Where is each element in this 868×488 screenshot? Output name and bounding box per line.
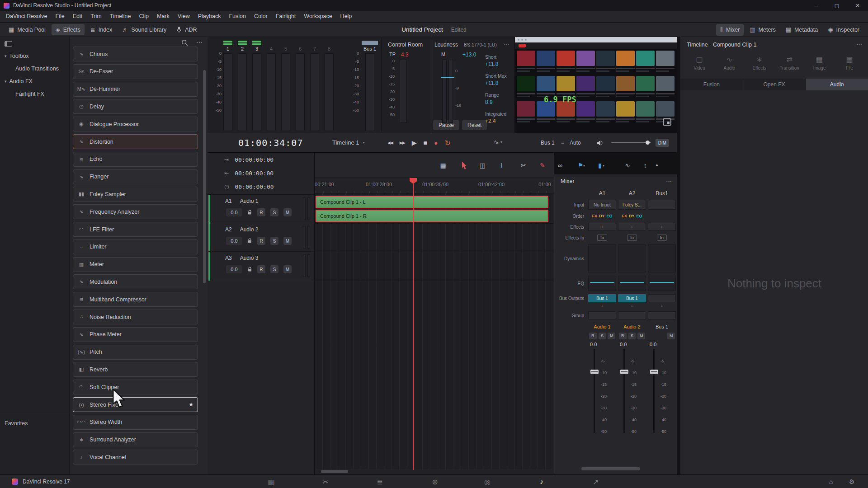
effects-in-button-bus1[interactable]: In [657, 235, 667, 241]
mixer-input-bus1[interactable] [648, 200, 676, 210]
add-bus-button-bus1[interactable]: + [648, 303, 676, 309]
effect-item-de-hummer[interactable]: M∿De-Hummer [73, 82, 198, 97]
inspector-tab-transition[interactable]: ⇄Transition [778, 52, 801, 78]
automation-mode-icon[interactable]: ∿▾ [494, 139, 502, 145]
close-button[interactable]: ✕ [847, 0, 868, 11]
pointer-tool[interactable] [459, 160, 470, 171]
fader-handle-bus1[interactable] [650, 370, 658, 374]
monitor-bus-label[interactable]: Bus 1 [541, 140, 555, 146]
effect-item-noise-reduction[interactable]: ∴Noise Reduction [73, 310, 198, 324]
group-cell-bus1[interactable] [648, 311, 676, 319]
dynamics-cell-a1[interactable] [588, 244, 616, 272]
reset-button[interactable]: Reset [462, 120, 487, 130]
monitor-auto-label[interactable]: Auto [570, 140, 581, 146]
track-a2-s-button[interactable]: S [270, 237, 278, 245]
order-chip-fx[interactable]: FX [592, 214, 597, 218]
effect-item-lfe-filter[interactable]: ◠LFE Filter [73, 222, 198, 237]
track-a1-m-button[interactable]: M [283, 208, 292, 216]
effect-item-chorus[interactable]: ∿Chorus [73, 47, 198, 61]
effect-item-reverb[interactable]: ◧Reverb [73, 362, 198, 377]
effects-in-button-a2[interactable]: In [627, 235, 637, 241]
track-a1-s-button[interactable]: S [270, 208, 278, 216]
menu-trim[interactable]: Trim [86, 11, 106, 22]
dynamics-cell-a2[interactable] [618, 244, 646, 272]
dynamics-cell-bus1[interactable] [648, 244, 676, 272]
adr-button[interactable]: ADR [172, 24, 201, 35]
mixer-menu-icon[interactable]: ⋯ [666, 178, 672, 185]
page-color-button[interactable]: ◎ [480, 476, 495, 487]
effect-item-distortion[interactable]: ∿Distortion [73, 134, 198, 149]
mixer-input-a2[interactable]: Foley S... [618, 200, 646, 210]
track-header-a2[interactable]: A2Audio 20.0RSM [208, 223, 315, 252]
maximize-button[interactable]: ▢ [826, 0, 847, 11]
metadata-button[interactable]: ▤Metadata [782, 24, 822, 35]
lock-icon[interactable] [247, 267, 252, 272]
menu-fairlight[interactable]: Fairlight [272, 11, 300, 22]
lock-icon[interactable] [247, 210, 252, 215]
mixer-input-a1[interactable]: No Input [588, 200, 616, 210]
effect-item-delay[interactable]: ◷Delay [73, 99, 198, 114]
sidebar-item-fairlight-fx[interactable]: Fairlight FX [0, 88, 69, 100]
menu-file[interactable]: File [51, 11, 68, 22]
menu-timeline[interactable]: Timeline [106, 11, 135, 22]
zoom-slider-dot-1[interactable]: • [651, 160, 662, 171]
effects-button[interactable]: ◈Effects [52, 24, 85, 35]
menu-davinci-resolve[interactable]: DaVinci Resolve [2, 11, 51, 22]
track-gain-value[interactable]: 0.0 [226, 237, 242, 245]
page-deliver-button[interactable]: ↗ [589, 476, 603, 487]
eq-cell-a2[interactable] [618, 276, 646, 291]
transport-fast-forward-button[interactable]: ▶▶ [400, 141, 405, 145]
effect-item-limiter[interactable]: ≡Limiter [73, 239, 198, 254]
monitor-volume-slider[interactable] [611, 142, 651, 143]
order-chip-dy[interactable]: DY [599, 214, 605, 218]
order-chip-eq[interactable]: EQ [637, 214, 642, 218]
scissors-tool[interactable]: ✂ [518, 160, 529, 171]
transport-stop-button[interactable]: ■ [423, 139, 427, 146]
add-effect-button-a1[interactable]: + [588, 223, 616, 231]
transport-play-button[interactable]: ▶ [412, 139, 417, 146]
a1-s-button[interactable]: S [599, 333, 606, 339]
page-fusion-button[interactable]: ⊕ [428, 476, 442, 487]
eq-cell-bus1[interactable] [648, 276, 676, 291]
zoom-vertical-icon[interactable]: ↕ [640, 160, 651, 171]
search-icon[interactable] [181, 39, 188, 47]
bus1-m-button[interactable]: M [667, 333, 675, 339]
menu-view[interactable]: View [174, 11, 194, 22]
inspector-button[interactable]: ◉Inspector [824, 24, 863, 35]
effect-item-stereo-fixer[interactable]: (•)Stereo Fixer★ [73, 397, 198, 412]
timeline-view-options-icon[interactable]: ▦ [438, 160, 448, 171]
effect-item-foley-sampler[interactable]: ▮▮Foley Sampler [73, 187, 198, 202]
a1-m-button[interactable]: M [608, 333, 615, 339]
effects-in-button-a1[interactable]: In [597, 235, 607, 241]
effect-item-frequency-analyzer[interactable]: ∿Frequency Analyzer [73, 204, 198, 219]
effect-item-vocal-channel[interactable]: ♪Vocal Channel [73, 450, 198, 465]
order-chip-dy[interactable]: DY [629, 214, 635, 218]
project-manager-icon[interactable]: ⌂ [826, 477, 836, 486]
audio-clip[interactable]: Compound Clip 1 - L [316, 196, 548, 208]
favorite-star-icon[interactable]: ★ [189, 401, 193, 408]
timeline-tracks-area[interactable]: Compound Clip 1 - LCompound Clip 1 - R [315, 193, 554, 469]
track-header-a1[interactable]: A1Audio 10.0RSM [208, 195, 315, 223]
track-a2-r-button[interactable]: R [257, 237, 265, 245]
menu-clip[interactable]: Clip [135, 11, 153, 22]
inspector-tab-file[interactable]: ▤File [838, 52, 861, 78]
transport-record-button[interactable]: ● [434, 139, 438, 146]
page-fairlight-button[interactable]: ♪ [534, 476, 549, 487]
group-cell-a2[interactable] [618, 311, 646, 319]
track-a2-m-button[interactable]: M [283, 237, 292, 245]
fader-bus1[interactable]: -5-10-15-20-30-40-50 [648, 348, 676, 436]
trim-tool[interactable]: ◫ [477, 160, 488, 171]
bus-output-a2[interactable]: Bus 1 [618, 294, 646, 302]
effect-item-pitch[interactable]: (∿)Pitch [73, 345, 198, 360]
track-gain-value[interactable]: 0.0 [226, 265, 242, 273]
razor-tool[interactable]: I [496, 160, 507, 171]
a2-r-button[interactable]: R [619, 333, 627, 339]
eq-cell-a1[interactable] [588, 276, 616, 291]
add-effect-button-bus1[interactable]: + [648, 223, 676, 231]
menu-edit[interactable]: Edit [69, 11, 87, 22]
inspector-subtab-audio[interactable]: Audio [806, 79, 868, 90]
minimize-button[interactable]: – [806, 0, 826, 11]
a2-s-button[interactable]: S [628, 333, 636, 339]
order-chip-fx[interactable]: FX [622, 214, 627, 218]
lock-icon[interactable] [247, 238, 252, 244]
